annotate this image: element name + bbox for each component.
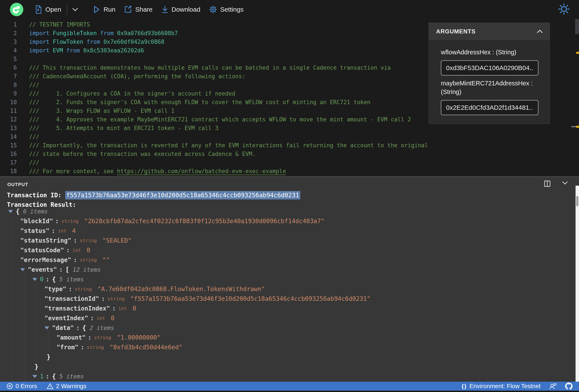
tree-row: "statusCode":int 0	[0, 245, 574, 255]
indent-guide	[25, 304, 25, 313]
argument-input-0[interactable]	[441, 60, 538, 75]
indent-guide	[49, 333, 49, 342]
warnings-status[interactable]: 2 Warnings	[47, 383, 86, 390]
tree-row: "transactionId":string "f557a1573b76aa53…	[0, 294, 574, 304]
indent-guide	[37, 352, 37, 362]
open-label: Open	[45, 6, 61, 13]
tree-brace: {	[52, 276, 56, 283]
run-button[interactable]: Run	[93, 5, 115, 14]
tree-type-label: int	[58, 228, 69, 233]
line-number: 8	[0, 82, 17, 88]
code-segment: 0x8c5303eaa26202d6	[83, 47, 144, 54]
indent-guide	[12, 294, 13, 304]
indent-guide	[12, 352, 13, 362]
output-scrollbar-thumb[interactable]	[576, 196, 578, 206]
code-segment: ///	[29, 133, 39, 140]
tree-key: "statusCode"	[20, 247, 64, 254]
tree-brace: {	[52, 373, 56, 380]
code-segment: ///	[29, 159, 39, 166]
split-panel-icon[interactable]	[544, 180, 551, 187]
tree-colon: :	[52, 227, 55, 234]
arguments-title: ARGUMENTS	[436, 28, 476, 35]
tree-colon: :	[69, 285, 72, 293]
output-scrollbar-track[interactable]	[576, 186, 579, 382]
code-text: /// 2. Funds the signer's COA with enoug…	[29, 99, 370, 106]
download-button[interactable]: Download	[161, 5, 200, 14]
code-line: 15/// Importantly, the transaction is re…	[0, 141, 579, 150]
code-text: /// This transaction demonstrates how mu…	[29, 64, 391, 71]
code-segment: /// 5. Attempts to mint an ERC721 token …	[29, 125, 218, 131]
tree-brace: }	[47, 353, 51, 361]
code-text: /// 1. Configures a COA in the signer's …	[29, 90, 235, 97]
flow-logo[interactable]	[10, 3, 23, 16]
github-link[interactable]	[565, 383, 573, 390]
indent-guide	[12, 304, 13, 313]
tree-index: 1	[40, 373, 44, 380]
settings-button[interactable]: Settings	[209, 5, 243, 14]
share-button[interactable]: Share	[124, 5, 152, 14]
tree-row: "blockId":string "2b28cbfb87da2cfec4f023…	[0, 216, 574, 226]
argument-input-1[interactable]	[441, 100, 538, 115]
bottom-edge-strip	[0, 391, 579, 392]
tree-key: "from"	[57, 344, 78, 351]
collapse-arrow-icon[interactable]	[32, 278, 37, 281]
tree-value: 0	[133, 305, 136, 312]
code-segment: /// 2. Funds the signer's COA with enoug…	[29, 99, 370, 106]
tree-key: "amount"	[57, 334, 86, 341]
tree-brace: }	[35, 363, 38, 370]
editor-scrollbar[interactable]	[575, 19, 579, 34]
tree-item-count: 6 items	[23, 208, 48, 215]
errors-status[interactable]: 0 Errors	[6, 383, 37, 390]
indent-guide	[12, 342, 13, 352]
tree-row: }	[0, 352, 574, 362]
line-number: 14	[0, 133, 17, 140]
indent-guide	[25, 372, 25, 381]
warning-marker-icon	[576, 126, 579, 128]
tree-brace: [	[66, 266, 69, 274]
indent-guide	[12, 275, 13, 284]
line-number: 18	[0, 168, 17, 174]
collapse-output-chevron-icon[interactable]	[561, 180, 569, 187]
code-line: 14///	[0, 132, 579, 141]
tree-row: "status":int 4	[0, 226, 574, 236]
tree-colon: :	[73, 237, 77, 244]
code-segment: /// state before the transaction was exe…	[29, 151, 256, 157]
feedback-button[interactable]	[549, 383, 557, 390]
indent-guide	[37, 294, 37, 304]
tree-type-label: int	[72, 248, 84, 253]
tree-key: "data"	[52, 324, 74, 332]
line-number: 1	[0, 21, 17, 28]
tree-colon: :	[112, 305, 116, 312]
indent-guide	[12, 323, 13, 333]
theme-toggle-sun-icon[interactable]	[558, 3, 570, 16]
tree-colon: :	[80, 344, 84, 351]
indent-guide	[49, 342, 49, 352]
indent-guide	[25, 323, 25, 333]
collapse-chevron-up-icon[interactable]	[536, 29, 544, 34]
collapse-arrow-icon[interactable]	[20, 268, 25, 271]
collapse-arrow-icon[interactable]	[32, 375, 37, 378]
arguments-fields: wflowAddressHex : (String)maybeMintERC72…	[429, 40, 550, 124]
indent-guide	[12, 226, 13, 236]
tree-colon: :	[46, 276, 49, 283]
line-number: 16	[0, 151, 17, 157]
overview-ruler-tick	[572, 126, 576, 127]
arguments-panel-header[interactable]: ARGUMENTS	[429, 23, 550, 40]
tree-key: "transactionId"	[45, 295, 99, 302]
code-text: import FlowToken from 0x7e60df042a9c0868	[29, 39, 164, 45]
code-line: 18/// For more context, see https://gith…	[0, 167, 579, 175]
code-link[interactable]: https://github.com/onflow/batched-evm-ex…	[117, 168, 286, 174]
open-button[interactable]: Open	[35, 5, 61, 14]
tree-value: 0	[111, 315, 114, 322]
tree-row: "amount":string "1.00000000"	[0, 333, 574, 342]
transaction-id-value[interactable]: f557a1573b76aa53e73d46f3e10d200d5c18a653…	[65, 191, 300, 199]
indent-guide	[25, 275, 25, 284]
tree-value: 4	[72, 227, 76, 234]
tree-row: "errorMessage":string ""	[0, 255, 574, 265]
open-dropdown-chevron-icon[interactable]	[72, 7, 79, 12]
open-file-icon	[35, 5, 42, 14]
code-segment: FungibleToken	[53, 30, 97, 36]
collapse-arrow-icon[interactable]	[45, 327, 49, 330]
environment-selector[interactable]: {} Environment: Flow Testnet	[462, 383, 541, 390]
collapse-arrow-icon[interactable]	[8, 210, 13, 213]
